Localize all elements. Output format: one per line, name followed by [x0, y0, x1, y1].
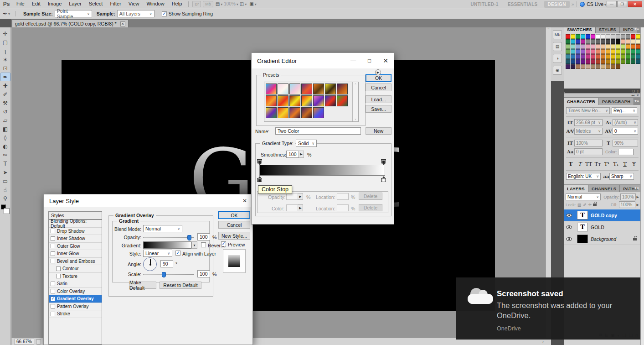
gradient-preview-bar[interactable] — [143, 241, 191, 249]
color-swatch[interactable] — [601, 64, 605, 69]
color-swatch[interactable] — [571, 54, 575, 59]
gradient-preset-swatch[interactable] — [301, 84, 312, 94]
smoothness-field[interactable]: 100 — [286, 151, 299, 158]
view-extras-icon[interactable]: ▤▾ — [216, 1, 222, 6]
onedrive-notification[interactable]: Screenshot saved The screenshot was adde… — [456, 277, 640, 340]
blend-mode-dropdown[interactable]: Normal∨ — [566, 193, 601, 200]
stop-opacity-spinner-icon[interactable]: ▶ — [298, 193, 303, 200]
color-swatch[interactable] — [576, 39, 580, 44]
color-swatch[interactable] — [621, 34, 625, 39]
layer-style-title-bar[interactable]: Layer Style ✕ — [44, 194, 252, 207]
menu-help[interactable]: Help — [168, 0, 186, 8]
load-button[interactable]: Load... — [366, 95, 392, 103]
make-default-button[interactable]: Make Default — [129, 282, 156, 289]
faux-bold-button[interactable]: T — [567, 161, 574, 167]
gradient-preset-swatch[interactable] — [266, 95, 277, 106]
delete-opacity-stop-button[interactable]: Delete — [359, 193, 382, 200]
preview-checkbox[interactable]: ✓ — [221, 241, 226, 246]
layers-panel-menu-icon[interactable]: ▾≡ — [634, 186, 639, 190]
presets-menu-icon[interactable]: ▶ — [375, 69, 381, 75]
color-swatch[interactable] — [586, 64, 590, 69]
color-swatch[interactable] — [636, 44, 640, 49]
style-item-outer-glow[interactable]: Outer Glow — [49, 243, 102, 251]
color-swatch[interactable] — [576, 44, 580, 49]
visibility-cell[interactable] — [564, 209, 574, 221]
color-swatch[interactable] — [621, 59, 625, 64]
tracking-dropdown[interactable]: 0∨ — [613, 128, 638, 135]
visibility-cell[interactable] — [564, 233, 574, 245]
masks-icon[interactable]: ◉ — [553, 66, 562, 75]
reset-to-default-button[interactable]: Reset to Default — [160, 282, 201, 289]
stop-color-swatch[interactable] — [286, 204, 298, 211]
menu-image[interactable]: Image — [44, 0, 66, 8]
color-swatch[interactable] — [611, 44, 615, 49]
color-swatch[interactable] — [601, 39, 605, 44]
color-swatch[interactable] — [571, 59, 575, 64]
move-tool[interactable]: ✛ — [0, 29, 10, 38]
color-swatch[interactable] — [596, 49, 600, 54]
kerning-dropdown[interactable]: Metrics∨ — [574, 128, 603, 135]
type-tool[interactable]: T — [0, 159, 10, 168]
angle-dial[interactable] — [143, 257, 157, 271]
color-swatch[interactable] — [611, 34, 615, 39]
color-swatch[interactable] — [601, 49, 605, 54]
color-swatch[interactable] — [636, 34, 640, 39]
color-swatch[interactable] — [581, 44, 585, 49]
small-caps-button[interactable]: Tᴛ — [594, 161, 602, 167]
mini-bridge-button[interactable]: Mb — [203, 1, 213, 7]
opacity-slider[interactable] — [143, 237, 194, 238]
eye-icon[interactable] — [566, 214, 572, 217]
color-swatch[interactable] — [626, 49, 630, 54]
color-swatch[interactable] — [636, 59, 640, 64]
character-tab-paragraph[interactable]: PARAGRAPH — [599, 98, 634, 105]
show-sampling-ring-checkbox[interactable]: ✓ — [162, 11, 167, 16]
color-swatch[interactable] — [616, 49, 620, 54]
all-caps-button[interactable]: TT — [585, 161, 592, 167]
style-item-checkbox[interactable] — [51, 282, 55, 286]
style-item-checkbox[interactable] — [56, 267, 61, 271]
gradient-preset-swatch[interactable] — [325, 95, 336, 106]
baseline-shift-field[interactable]: 0 pt — [574, 148, 603, 155]
menu-select[interactable]: Select — [85, 0, 107, 8]
color-swatch[interactable] — [581, 54, 585, 59]
minimize-button[interactable]: — — [607, 1, 617, 7]
lock-pixels-icon[interactable]: ✐ — [583, 203, 587, 207]
color-swatch[interactable] — [621, 44, 625, 49]
style-item-checkbox[interactable] — [51, 251, 55, 256]
sample-dropdown[interactable]: All Layers∨ — [117, 10, 155, 17]
gradient-preset-swatch[interactable] — [313, 95, 324, 106]
color-swatch[interactable] — [596, 39, 600, 44]
gradient-preset-swatch[interactable] — [278, 95, 289, 106]
delete-swatch-icon[interactable]: ▯ — [637, 89, 639, 93]
color-swatch[interactable] — [631, 59, 635, 64]
style-item-stroke[interactable]: Stroke — [49, 310, 102, 318]
gradient-type-select[interactable]: Solid∨ — [296, 140, 317, 147]
color-swatch[interactable] — [586, 34, 590, 39]
color-swatch[interactable] — [616, 39, 620, 44]
color-swatch[interactable] — [611, 64, 615, 69]
color-swatch[interactable] — [631, 44, 635, 49]
stop-color-location-field[interactable] — [337, 204, 349, 211]
spot-healing-brush-tool[interactable]: ✚ — [0, 81, 10, 90]
eyedropper-tool[interactable]: ✒ — [0, 73, 10, 81]
document-info-icon[interactable] — [36, 339, 41, 345]
align-with-layer-checkbox[interactable]: ✓ — [175, 251, 180, 256]
color-swatch[interactable] — [616, 59, 620, 64]
style-item-blending-options-default[interactable]: Blending Options: Default — [49, 220, 102, 228]
gradient-preset-swatch[interactable] — [301, 95, 312, 106]
color-swatch[interactable] — [616, 54, 620, 59]
cs-live-dropdown[interactable]: CS Live▾ — [587, 1, 606, 7]
anti-alias-dropdown[interactable]: Sharp∨ — [609, 173, 634, 180]
color-swatch[interactable] — [571, 39, 575, 44]
color-swatch[interactable] — [591, 54, 595, 59]
color-swatch[interactable] — [631, 34, 635, 39]
gradient-preset-swatch[interactable] — [289, 84, 300, 94]
color-stop-left[interactable] — [257, 176, 262, 182]
color-swatch[interactable] — [576, 59, 580, 64]
gradient-preset-swatch[interactable] — [313, 84, 324, 94]
color-swatch[interactable] — [596, 64, 600, 69]
color-swatch[interactable] — [581, 49, 585, 54]
layer-thumbnail[interactable]: T — [577, 211, 588, 220]
opacity-spinner-icon[interactable]: ▶ — [637, 195, 639, 199]
color-swatch[interactable] — [571, 49, 575, 54]
